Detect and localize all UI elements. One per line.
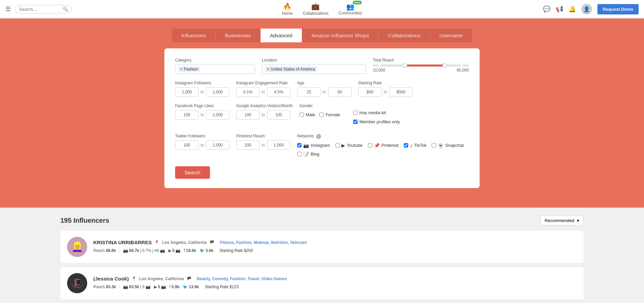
fb-from[interactable] xyxy=(175,110,199,120)
networks-info-icon[interactable]: ℹ xyxy=(316,134,321,139)
youtube-network-label: Youtube xyxy=(347,143,363,148)
tw-from[interactable] xyxy=(175,140,199,150)
search-button[interactable]: Search xyxy=(175,166,210,179)
starting-rate-group: Starting Rate to xyxy=(358,81,413,97)
reach-stat: Reach 88.8k xyxy=(93,248,116,253)
reach-min: 10,000 xyxy=(373,68,385,73)
tab-advanced[interactable]: Advanced xyxy=(261,29,302,42)
nav-home[interactable]: 🔥 Home xyxy=(282,2,293,16)
pinterest-network-label: Pinterest xyxy=(381,143,398,148)
member-profiles-checkbox[interactable] xyxy=(353,120,358,124)
ig-followers-range: to xyxy=(175,87,229,97)
location-input[interactable]: × United States of America xyxy=(262,64,366,74)
instagram-stat-icon: 📷 xyxy=(123,285,128,289)
influencer-name[interactable]: KRISTINA URRIBARRES xyxy=(93,240,152,245)
female-checkbox[interactable] xyxy=(319,113,324,117)
influencer-name[interactable]: (Jessica Cook) xyxy=(93,276,129,282)
youtube-checkbox[interactable] xyxy=(335,143,340,147)
top-navigation: ☰ 🔍 🔥 Home 💼 Collaborations 👥 New! Commu… xyxy=(0,0,644,18)
nav-communities[interactable]: 👥 New! Communities xyxy=(338,3,362,15)
tab-amazon[interactable]: Amazon Influencer Shops xyxy=(302,29,379,42)
tw-to[interactable] xyxy=(206,140,229,150)
ig-engagement-range: to xyxy=(236,87,290,97)
sort-dropdown[interactable]: Recommended ▾ xyxy=(540,216,584,225)
bell-icon[interactable]: 🔔 xyxy=(569,5,576,13)
tag-x[interactable]: × xyxy=(180,67,182,72)
request-demo-button[interactable]: Request Demo xyxy=(597,4,639,14)
slider-thumb-left[interactable] xyxy=(402,63,407,68)
reach-value: 83.3k xyxy=(106,285,116,289)
age-to[interactable] xyxy=(328,87,352,97)
search-bar[interactable]: 🔍 xyxy=(15,5,72,13)
network-youtube: ▶ Youtube xyxy=(335,143,363,148)
ig-engagement-to[interactable] xyxy=(267,87,290,97)
avatar[interactable]: 👤 xyxy=(581,4,592,14)
starting-rate-label: Starting Rate xyxy=(358,81,413,85)
tiktok-icon: ♪ xyxy=(410,143,412,148)
nav-collaborations[interactable]: 💼 Collaborations xyxy=(303,2,329,16)
category-label: Category xyxy=(175,58,255,62)
menu-icon[interactable]: ☰ xyxy=(5,5,11,13)
ig-followers-label: Instagram Followers xyxy=(175,81,229,85)
twitter-group: Twitter Followers to xyxy=(175,134,229,150)
ig-value: 66.7k xyxy=(129,248,139,253)
posts-value: 49 xyxy=(154,248,159,253)
ig-engagement-to-label: to xyxy=(262,90,265,94)
youtube-stat: ▶ 5 📷 xyxy=(168,248,181,253)
media-kit-checkbox[interactable] xyxy=(353,111,358,115)
avatar: 👱‍♀️ xyxy=(67,237,87,257)
chat-icon[interactable]: 💬 xyxy=(543,5,550,13)
tiktok-checkbox[interactable] xyxy=(404,143,408,147)
fb-to[interactable] xyxy=(206,110,229,120)
blog-checkbox[interactable] xyxy=(297,152,302,156)
starting-rate-from[interactable] xyxy=(358,87,382,97)
ig-engagement-label: Instagram Engagement Rate xyxy=(236,81,290,85)
age-from[interactable] xyxy=(297,87,321,97)
filter-row-3: Facebook Page Likes to Google Analytics … xyxy=(175,103,469,127)
location-tag-x[interactable]: × xyxy=(267,67,269,72)
female-label: Female xyxy=(326,112,340,117)
sort-label: Recommended xyxy=(545,218,574,223)
reach-slider-track[interactable] xyxy=(381,64,461,67)
location-pin-icon: 📍 xyxy=(154,240,159,245)
instagram-checkbox[interactable] xyxy=(297,143,302,147)
facebook-stat-icon: f xyxy=(169,285,170,289)
influencer-location: Los Angeles, California xyxy=(139,276,184,281)
tab-collaborations[interactable]: Collaborations xyxy=(379,29,430,42)
results-section: 195 Influencers Recommended ▾ 👱‍♀️ KRIST… xyxy=(0,208,644,303)
instagram-network-label: Instagram xyxy=(311,143,330,148)
starting-rate-to-label: to xyxy=(384,90,387,94)
google-analytics-label: Google Analytics Visitors/Month xyxy=(236,103,293,108)
location-group: Location × United States of America xyxy=(262,58,366,74)
tab-influencers[interactable]: Influencers xyxy=(172,29,216,42)
facebook-value: 18.6k xyxy=(186,248,196,253)
pr-to[interactable] xyxy=(267,140,290,150)
posts-value: 9 xyxy=(142,285,145,289)
search-input[interactable] xyxy=(19,7,63,12)
starting-rate-to[interactable] xyxy=(389,87,413,97)
youtube-icon: ▶ xyxy=(341,143,345,148)
twitter-range: to xyxy=(175,140,229,150)
total-reach-label: Total Reach xyxy=(373,58,469,62)
location-pin-icon: 📍 xyxy=(131,276,137,281)
category-input[interactable]: × Fashion xyxy=(175,64,255,74)
twitter-stat-icon: 🐦 xyxy=(200,248,205,253)
tab-businesses[interactable]: Businesses xyxy=(216,29,261,42)
megaphone-icon[interactable]: 📢 xyxy=(556,5,563,13)
camera-icon: 📷 xyxy=(160,248,165,253)
ig-followers-to[interactable] xyxy=(206,87,229,97)
slider-thumb-right[interactable] xyxy=(442,63,447,68)
ga-from[interactable] xyxy=(236,110,260,120)
gender-label: Gender xyxy=(300,103,346,108)
ig-engagement-from[interactable] xyxy=(236,87,260,97)
pinterest-checkbox[interactable] xyxy=(368,143,372,147)
divider xyxy=(119,247,120,254)
extra-checkboxes-group: Has media kit Member profiles only xyxy=(353,110,414,127)
male-checkbox[interactable] xyxy=(300,113,304,117)
ga-to[interactable] xyxy=(267,110,290,120)
snapchat-checkbox[interactable] xyxy=(432,143,436,147)
reach-stat: Reach 83.3k xyxy=(93,285,116,289)
tab-username[interactable]: Username xyxy=(430,29,472,42)
ig-followers-from[interactable] xyxy=(175,87,199,97)
pr-from[interactable] xyxy=(236,140,260,150)
